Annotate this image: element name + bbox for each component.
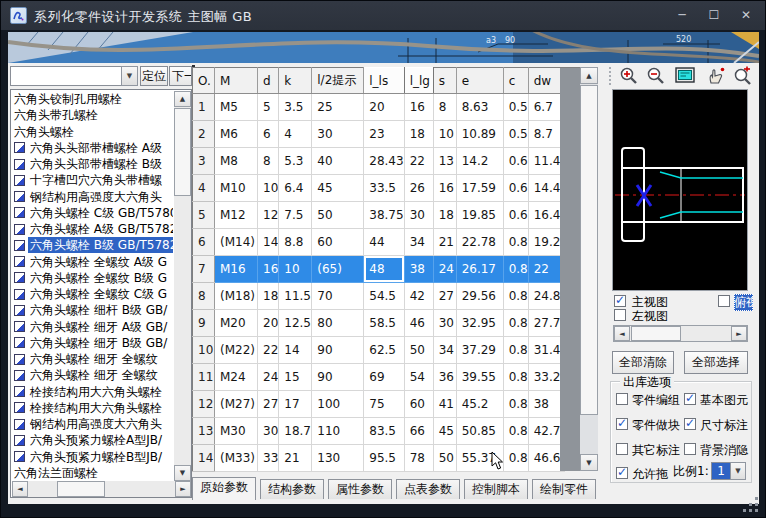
locate-button[interactable]: 定位	[140, 66, 168, 86]
list-vscroll-thumb[interactable]	[174, 108, 191, 196]
row-number-cell[interactable]: 3	[193, 148, 215, 175]
table-row[interactable]: 10(M22)22149062.5503437.290.831.4	[193, 337, 565, 364]
table-row[interactable]: 13M303018.711083.5664550.850.842.7	[193, 418, 565, 445]
data-cell[interactable]: 45.2	[456, 391, 503, 418]
list-item[interactable]: 栓接结构用大六角头螺栓	[12, 400, 173, 416]
data-cell[interactable]: 21	[433, 229, 456, 256]
data-cell[interactable]: 0.8	[503, 256, 528, 283]
table-row[interactable]: 1M553.525201688.630.56.7	[193, 94, 565, 121]
data-cell[interactable]: 38.75	[364, 202, 404, 229]
row-number-cell[interactable]: 11	[193, 364, 215, 391]
tab-inactive[interactable]: 点表参数	[396, 479, 460, 499]
data-cell[interactable]: 45	[433, 418, 456, 445]
data-cell[interactable]: (M18)	[215, 283, 258, 310]
table-row[interactable]: 5M12127.55038.75301819.850.616.4	[193, 202, 565, 229]
data-cell[interactable]: 0.6	[503, 202, 528, 229]
column-header[interactable]: e	[456, 68, 503, 94]
data-cell[interactable]: 50.85	[456, 418, 503, 445]
data-cell[interactable]: (M33)	[215, 445, 258, 472]
row-number-cell[interactable]: 7	[193, 256, 215, 283]
data-cell[interactable]: 58.5	[364, 310, 404, 337]
data-cell[interactable]: 90	[312, 364, 364, 391]
data-cell[interactable]: M10	[215, 175, 258, 202]
data-cell[interactable]: 18	[258, 283, 279, 310]
table-row[interactable]: 12(M27)271710075604145.20.838	[193, 391, 565, 418]
scroll-down-icon[interactable]: ▼	[580, 454, 598, 471]
data-cell[interactable]: 26	[404, 175, 433, 202]
search-dropdown-button[interactable]: ▼	[121, 66, 138, 86]
main-view-checkbox[interactable]	[614, 295, 626, 307]
data-cell[interactable]: 48	[364, 256, 404, 283]
data-cell[interactable]: M30	[215, 418, 258, 445]
pan-hand-icon[interactable]	[705, 66, 729, 86]
tab-active[interactable]: 原始参数	[192, 477, 256, 500]
table-row[interactable]: 2M6643023181010.890.58.7	[193, 121, 565, 148]
part-grouping-checkbox[interactable]	[616, 393, 628, 405]
data-cell[interactable]: 6.7	[528, 94, 564, 121]
tab-inactive[interactable]: 属性参数	[328, 479, 392, 499]
list-item[interactable]: 六角头头部带槽螺栓 A级	[12, 140, 173, 156]
part-block-checkbox[interactable]	[616, 418, 628, 430]
data-cell[interactable]: 18	[433, 202, 456, 229]
list-item[interactable]: 栓接结构用大六角头螺栓	[12, 384, 173, 400]
list-item[interactable]: 六角头螺栓 C级 GB/T5780	[12, 205, 173, 221]
zoom-out-icon[interactable]	[645, 66, 669, 86]
data-cell[interactable]: 34	[404, 229, 433, 256]
scroll-left-icon[interactable]: ◄	[614, 326, 630, 341]
column-header[interactable]: c	[503, 68, 528, 94]
data-cell[interactable]: 11.5	[279, 283, 312, 310]
data-cell[interactable]: 14.4	[528, 175, 564, 202]
data-cell[interactable]: 11.4	[528, 148, 564, 175]
data-cell[interactable]: 50	[312, 202, 364, 229]
column-header[interactable]: l_ls	[364, 68, 404, 94]
list-item[interactable]: 六角头螺栓	[12, 124, 173, 140]
list-item[interactable]: 六角头螺栓 全螺纹 A级 G	[12, 254, 173, 270]
data-cell[interactable]: 41	[433, 391, 456, 418]
data-cell[interactable]: 75	[364, 391, 404, 418]
data-cell[interactable]: 54	[404, 364, 433, 391]
data-cell[interactable]: 25	[312, 94, 364, 121]
list-item[interactable]: 六角法兰面螺栓	[12, 465, 173, 480]
data-cell[interactable]: 0.8	[503, 310, 528, 337]
table-row[interactable]: 8(M18)1811.57054.5422729.560.824.8	[193, 283, 565, 310]
table-row[interactable]: 14(M33)332113095.5785055.370.846.6	[193, 445, 565, 472]
row-number-cell[interactable]: 8	[193, 283, 215, 310]
data-cell[interactable]: 27	[433, 283, 456, 310]
data-cell[interactable]: 8	[258, 148, 279, 175]
data-cell[interactable]: 12.5	[279, 310, 312, 337]
data-cell[interactable]: 110	[312, 418, 364, 445]
data-cell[interactable]: 100	[312, 391, 364, 418]
data-cell[interactable]: 69	[364, 364, 404, 391]
table-row[interactable]: 11M2424159069543639.550.833.2	[193, 364, 565, 391]
next-button[interactable]: 下一个	[169, 66, 192, 86]
data-cell[interactable]: 38	[404, 256, 433, 283]
column-header[interactable]: dw	[528, 68, 564, 94]
data-cell[interactable]: 28.43	[364, 148, 404, 175]
data-cell[interactable]: 16	[404, 94, 433, 121]
data-cell[interactable]: M12	[215, 202, 258, 229]
data-cell[interactable]: M8	[215, 148, 258, 175]
data-cell[interactable]: 14	[279, 337, 312, 364]
data-cell[interactable]: 0.5	[503, 121, 528, 148]
data-cell[interactable]: 80	[312, 310, 364, 337]
data-cell[interactable]: 30	[404, 202, 433, 229]
table-row[interactable]: 7M161610(65)48382426.170.822	[193, 256, 565, 283]
list-item[interactable]: 六角头铰制孔用螺栓	[12, 91, 173, 107]
list-item[interactable]: 六角头螺栓 细牙 全螺纹	[12, 351, 173, 367]
data-cell[interactable]: M16	[215, 256, 258, 283]
data-cell[interactable]: 27	[258, 391, 279, 418]
row-number-cell[interactable]: 10	[193, 337, 215, 364]
data-cell[interactable]: (M14)	[215, 229, 258, 256]
row-number-cell[interactable]: 13	[193, 418, 215, 445]
data-cell[interactable]: 66	[404, 418, 433, 445]
table-vscrollbar[interactable]: ▲ ▼	[580, 67, 598, 471]
preview-canvas[interactable]	[612, 89, 748, 291]
row-number-cell[interactable]: 2	[193, 121, 215, 148]
data-cell[interactable]: 20	[364, 94, 404, 121]
table-row[interactable]: 4M10106.44533.5261617.590.614.4	[193, 175, 565, 202]
scale-value[interactable]: 1	[711, 462, 731, 480]
data-cell[interactable]: 10	[433, 121, 456, 148]
data-cell[interactable]: 7.5	[279, 202, 312, 229]
data-cell[interactable]: M24	[215, 364, 258, 391]
allow-drag-checkbox[interactable]	[616, 467, 628, 479]
